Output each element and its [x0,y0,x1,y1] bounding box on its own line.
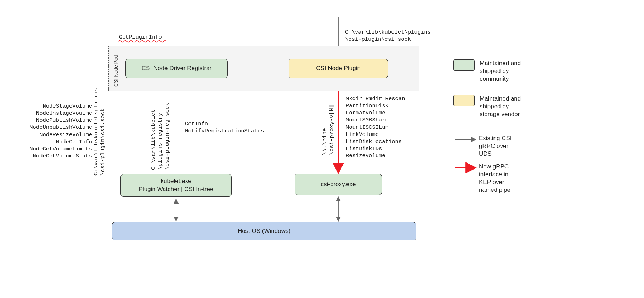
box-host-os: Host OS (Windows) [112,222,416,240]
notify: NotifyRegistrationStatus [185,128,264,134]
legend-text-vendor: Maintained and shipped by storage vendor [480,95,521,118]
vpath-kubelet-plugin: C:\var\lib\kubelet\plugins \csi-plugin\c… [93,94,107,176]
legend-text-newgrpc: New gRPC interface in KEP over named pip… [479,163,510,194]
kubelet-l2: [ Plugin Watcher | CSI In-tree ] [135,185,217,194]
uds-top-l1: C:\var\lib\kubelet\plugins [345,29,431,35]
legend-new-grpc: New gRPC interface in KEP over named pip… [453,163,510,194]
hostos-label: Host OS (Windows) [238,227,290,235]
legend-text-existing: Existing CSI gRPC over UDS [479,134,512,158]
csi-node-pod-label: CSI Node Pod [113,55,119,87]
vpath-kubelet-registry: C:\var\lib\kubelet \plugins_registry \cs… [150,102,171,170]
diagram-stage: CSI Node Pod CSI Node Driver Registrar C… [0,0,644,298]
node-ops-list: NodeStageVolume NodeUnstageVoulme NodePu… [7,103,92,160]
conn-kubelet-to-plugin [85,17,338,179]
kubelet-l1: kubelet.exe [161,177,192,185]
plugin-label: CSI Node Plugin [316,64,361,73]
spellcheck-squiggle [118,41,166,42]
legend-swatch-arrow-grey [453,134,474,145]
legend-swatch-green [453,59,475,71]
box-csi-node-plugin: CSI Node Plugin [289,59,388,78]
uds-top-l2: \csi-plugin\csi.sock [345,36,411,42]
box-csi-proxy: csi-proxy.exe [295,174,382,195]
registrar-label: CSI Node Driver Registrar [142,64,211,73]
legend-text-community: Maintained and shipped by community [480,59,521,83]
box-kubelet: kubelet.exe [ Plugin Watcher | CSI In-tr… [120,174,232,197]
legend-community: Maintained and shipped by community [453,59,521,83]
legend-swatch-arrow-red [453,163,474,173]
getinfo: GetInfo [185,121,208,127]
label-getplugininfo: GetPluginInfo [119,34,162,41]
legend-swatch-yellow [453,95,475,106]
box-csi-node-driver-registrar: CSI Node Driver Registrar [125,59,228,78]
vpath-pipe: \\.\pipe \csi-proxy-v[N] [322,99,335,155]
csiproxy-label: csi-proxy.exe [321,180,356,189]
legend-vendor: Maintained and shipped by storage vendor [453,95,521,118]
proxy-ops-list: Mkdir Rmdir Rescan PartitionDisk FormatV… [346,95,405,159]
legend-existing-csi: Existing CSI gRPC over UDS [453,134,512,158]
label-getinfo-notify: GetInfo NotifyRegistrationStatus [185,120,264,134]
label-uds-top: C:\var\lib\kubelet\plugins \csi-plugin\c… [345,29,431,43]
